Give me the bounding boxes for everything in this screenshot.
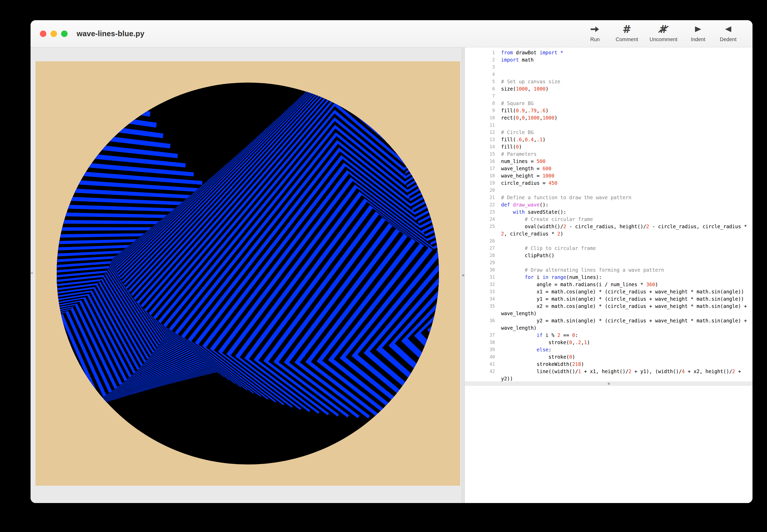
line-number: 22: [465, 201, 498, 208]
drawing-canvas: [35, 61, 460, 486]
code-text: wave_height = 1000: [498, 172, 751, 179]
code-line: 29: [465, 259, 753, 266]
output-console[interactable]: [465, 386, 753, 503]
line-number: 7: [465, 92, 498, 100]
triangle-left-icon: [724, 23, 732, 35]
code-line: 14fill(0): [465, 143, 753, 150]
code-text: x1 = math.cos(angle) * (circle_radius + …: [498, 288, 751, 295]
line-number: 9: [465, 107, 498, 114]
dedent-button[interactable]: Dedent: [719, 23, 737, 42]
code-text: size(1000, 1000): [498, 85, 751, 92]
zoom-button[interactable]: [61, 31, 68, 37]
code-line: 19circle_radius = 450: [465, 179, 753, 187]
line-number: 33: [465, 288, 498, 295]
splitter-handle-icon[interactable]: [462, 274, 464, 276]
code-line: 41 strokeWidth(218): [465, 360, 753, 368]
code-text: for i in range(num_lines):: [498, 274, 751, 281]
code-line: 10rect(0,0,1000,1000): [465, 114, 753, 121]
console-splitter[interactable]: [465, 382, 753, 386]
line-number: 4: [465, 71, 498, 78]
code-editor[interactable]: 1from drawBot import *2import math345# S…: [465, 47, 753, 382]
line-number: 5: [465, 78, 498, 85]
code-line: 12# Circle BG: [465, 129, 753, 136]
code-line: 35 x2 = math.cos(angle) * (circle_radius…: [465, 302, 753, 317]
code-line: 2import math: [465, 56, 753, 63]
line-number: 24: [465, 216, 498, 223]
code-line: 40 stroke(0): [465, 353, 753, 360]
app-window: wave-lines-blue.py Run # Comment #: [31, 20, 753, 503]
minimize-button[interactable]: [50, 31, 57, 37]
uncomment-button[interactable]: # Uncomment: [649, 23, 677, 42]
code-text: # Clip to circular frame: [498, 245, 751, 252]
code-text: y1 = math.sin(angle) * (circle_radius + …: [498, 295, 751, 302]
code-line: 28 clipPath(): [465, 252, 753, 259]
code-line: 9fill(0.9,.79,.6): [465, 107, 753, 114]
code-text: fill(.6,0.4,.1): [498, 136, 751, 143]
line-number: 30: [465, 266, 498, 274]
splitter-handle-icon[interactable]: [608, 383, 610, 385]
code-text: with savedState():: [498, 208, 751, 216]
line-number: 39: [465, 346, 498, 353]
code-text: y2 = math.sin(angle) * (circle_radius + …: [498, 317, 751, 331]
line-number: 14: [465, 143, 498, 150]
indent-button[interactable]: Indent: [689, 23, 707, 42]
line-number: 18: [465, 172, 498, 179]
code-line: 42 line((width()/1 + x1, height()/2 + y1…: [465, 368, 753, 382]
line-number: 38: [465, 339, 498, 346]
hash-icon: #: [623, 23, 631, 35]
pane-splitter[interactable]: [462, 47, 465, 503]
code-text: # Define a function to draw the wave pat…: [498, 194, 751, 201]
left-edge-splitter-handle-icon[interactable]: [31, 272, 33, 274]
line-number: 2: [465, 56, 498, 63]
line-number: 6: [465, 85, 498, 92]
code-text: [498, 71, 751, 78]
code-text: def draw_wave():: [498, 201, 751, 208]
line-number: 15: [465, 150, 498, 158]
code-line: 32 angle = math.radians(i / num_lines * …: [465, 281, 753, 288]
code-line: 25 oval(width()/2 - circle_radius, heigh…: [465, 223, 753, 237]
code-text: [498, 259, 751, 266]
window-title: wave-lines-blue.py: [77, 20, 144, 47]
code-text: # Square BG: [498, 100, 751, 107]
line-number: 28: [465, 252, 498, 259]
line-number: 8: [465, 100, 498, 107]
code-text: else:: [498, 346, 751, 353]
run-button[interactable]: Run: [586, 23, 604, 42]
code-text: [498, 237, 751, 245]
code-text: # Draw alternating lines forming a wave …: [498, 266, 751, 274]
code-text: rect(0,0,1000,1000): [498, 114, 751, 121]
code-text: x2 = math.cos(angle) * (circle_radius + …: [498, 302, 751, 317]
code-line: 11: [465, 121, 753, 129]
code-text: clipPath(): [498, 252, 751, 259]
code-line: 22def draw_wave():: [465, 201, 753, 208]
code-text: fill(0.9,.79,.6): [498, 107, 751, 114]
line-number: 1: [465, 49, 498, 56]
code-line: 21# Define a function to draw the wave p…: [465, 194, 753, 201]
indent-label: Indent: [691, 36, 705, 42]
code-text: line((width()/1 + x1, height()/2 + y1), …: [498, 368, 751, 382]
code-line: 34 y1 = math.sin(angle) * (circle_radius…: [465, 295, 753, 302]
code-text: angle = math.radians(i / num_lines * 360…: [498, 281, 751, 288]
line-number: 21: [465, 194, 498, 201]
line-number: 40: [465, 353, 498, 360]
line-number: 10: [465, 114, 498, 121]
line-number: 3: [465, 63, 498, 71]
code-text: stroke(0): [498, 353, 751, 360]
code-text: wave_length = 600: [498, 165, 751, 172]
line-number: 17: [465, 165, 498, 172]
code-line: 38 stroke(0,.2,1): [465, 339, 753, 346]
comment-button[interactable]: # Comment: [616, 23, 638, 42]
code-text: [498, 92, 751, 100]
titlebar[interactable]: wave-lines-blue.py Run # Comment #: [31, 20, 753, 47]
code-line: 15# Parameters: [465, 150, 753, 158]
code-text: [498, 187, 751, 194]
code-text: # Parameters: [498, 150, 751, 158]
line-number: 16: [465, 158, 498, 165]
code-line: 30 # Draw alternating lines forming a wa…: [465, 266, 753, 274]
line-number: 19: [465, 179, 498, 187]
code-line: 37 if i % 2 == 0:: [465, 331, 753, 339]
code-line: 39 else:: [465, 346, 753, 353]
code-line: 26: [465, 237, 753, 245]
code-text: num_lines = 500: [498, 158, 751, 165]
close-button[interactable]: [40, 31, 46, 37]
